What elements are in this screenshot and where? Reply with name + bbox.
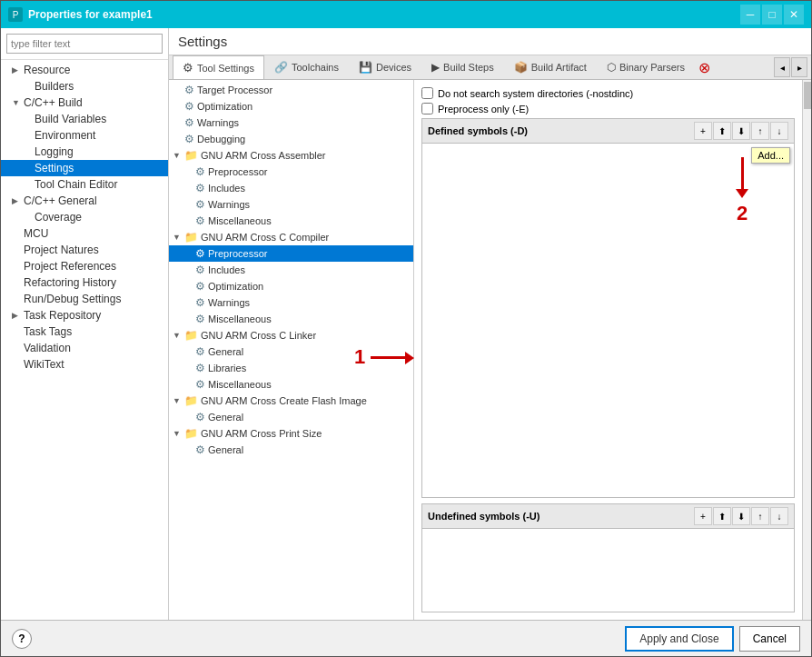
nav-label: Refactoring History (24, 276, 116, 289)
apply-close-button[interactable]: Apply and Close (625, 626, 733, 652)
help-button[interactable]: ? (12, 629, 32, 649)
item-icon: ⚙ (195, 247, 205, 260)
nav-label: C/C++ Build (24, 96, 83, 109)
s-item-c-warnings[interactable]: ⚙ Warnings (169, 294, 413, 311)
s-item-debugging[interactable]: ⚙ Debugging (169, 131, 413, 147)
nav-item-tool-chain-editor[interactable]: Tool Chain Editor (1, 176, 168, 193)
nav-item-task-repository[interactable]: ▶ Task Repository (1, 307, 168, 324)
nostdinc-checkbox[interactable] (421, 87, 433, 99)
devices-icon: 💾 (359, 61, 372, 74)
tab-toolchains[interactable]: 🔗 Toolchains (264, 55, 349, 79)
nav-item-task-tags[interactable]: Task Tags (1, 324, 168, 340)
nav-item-cpp-general[interactable]: ▶ C/C++ General (1, 193, 168, 209)
left-panel: ▶ Resource Builders ▼ C/C++ Build Build … (1, 28, 169, 620)
move-up-button[interactable]: ↑ (751, 122, 769, 140)
add-undef-button[interactable]: + (694, 507, 712, 525)
s-item-asm-includes[interactable]: ⚙ Includes (169, 180, 413, 196)
move-down-button[interactable]: ↓ (770, 122, 788, 140)
s-item-label: Includes (208, 183, 245, 194)
add-symbol-button[interactable]: + (694, 122, 712, 140)
nav-label: Logging (35, 145, 74, 158)
undefined-symbols-section: Undefined symbols (-U) + ⬆ ⬇ ↑ ↓ (421, 503, 795, 612)
undefined-symbols-toolbar: + ⬆ ⬇ ↑ ↓ (694, 507, 788, 525)
nav-item-builders[interactable]: Builders (1, 78, 168, 95)
tab-tool-settings[interactable]: ⚙ Tool Settings (173, 55, 264, 80)
move-down-undef-button[interactable]: ↓ (770, 507, 788, 525)
build-artifact-icon: 📦 (514, 61, 528, 74)
nav-label: Project References (24, 260, 116, 273)
tabs-scroll-back[interactable]: ◂ (774, 57, 790, 77)
s-item-gnu-arm-print[interactable]: ▼ 📁 GNU ARM Cross Print Size (169, 425, 413, 442)
nav-item-mcu[interactable]: MCU (1, 225, 168, 242)
right-scrollbar[interactable] (802, 80, 811, 620)
s-item-label: GNU ARM Cross Print Size (201, 428, 322, 439)
nav-item-coverage[interactable]: Coverage (1, 209, 168, 225)
preprocess-only-checkbox[interactable] (421, 103, 433, 114)
s-item-gnu-arm-assembler[interactable]: ▼ 📁 GNU ARM Cross Assembler (169, 147, 413, 164)
s-item-target-processor[interactable]: ⚙ Target Processor (169, 82, 413, 98)
tabs-scroll-arrows: ◂ ▸ (774, 57, 807, 77)
s-item-asm-preprocessor[interactable]: ⚙ Preprocessor (169, 164, 413, 180)
item-icon: ⚙ (195, 313, 205, 325)
export-undef-button[interactable]: ⬇ (732, 507, 750, 525)
nav-item-cpp-build[interactable]: ▼ C/C++ Build (1, 95, 168, 111)
item-icon: ⚙ (195, 345, 205, 358)
nav-item-environment[interactable]: Environment (1, 127, 168, 144)
s-item-asm-warnings[interactable]: ⚙ Warnings (169, 196, 413, 213)
import-symbols-button[interactable]: ⬆ (713, 122, 731, 140)
nav-item-project-references[interactable]: Project References (1, 258, 168, 274)
settings-tree: ⚙ Target Processor ⚙ Optimization ⚙ Warn… (169, 80, 414, 620)
expand-icon: ▶ (12, 311, 21, 320)
s-item-asm-misc[interactable]: ⚙ Miscellaneous (169, 213, 413, 229)
nav-item-validation[interactable]: Validation (1, 340, 168, 356)
nav-item-build-variables[interactable]: Build Variables (1, 111, 168, 127)
s-item-print-general[interactable]: ⚙ General (169, 442, 413, 458)
nav-item-resource[interactable]: ▶ Resource (1, 62, 168, 78)
export-symbols-button[interactable]: ⬇ (732, 122, 750, 140)
s-item-label: Preprocessor (208, 248, 267, 259)
s-item-linker-misc[interactable]: ⚙ Miscellaneous (169, 376, 413, 393)
s-item-linker-general[interactable]: ⚙ General (169, 343, 413, 360)
s-item-gnu-arm-flash[interactable]: ▼ 📁 GNU ARM Cross Create Flash Image (169, 393, 413, 409)
nav-label: MCU (24, 227, 48, 240)
s-item-flash-general[interactable]: ⚙ General (169, 409, 413, 425)
tab-binary-parsers[interactable]: ⬡ Binary Parsers (597, 55, 695, 79)
s-item-label: General (208, 412, 243, 423)
s-item-gnu-arm-c-linker[interactable]: ▼ 📁 GNU ARM Cross C Linker (169, 327, 413, 343)
maximize-button[interactable]: □ (762, 5, 782, 25)
minimize-button[interactable]: ─ (740, 5, 760, 25)
cancel-button[interactable]: Cancel (739, 626, 800, 652)
tab-devices[interactable]: 💾 Devices (349, 55, 421, 79)
nav-item-wikitext[interactable]: WikiText (1, 356, 168, 373)
tab-build-steps[interactable]: ▶ Build Steps (421, 55, 504, 79)
tab-label: Build Steps (443, 62, 494, 73)
tabs-scroll-forward[interactable]: ▸ (791, 57, 807, 77)
nav-item-project-natures[interactable]: Project Natures (1, 242, 168, 258)
undefined-symbols-header: Undefined symbols (-U) + ⬆ ⬇ ↑ ↓ (422, 504, 794, 529)
s-item-linker-libraries[interactable]: ⚙ Libraries (169, 360, 413, 376)
s-item-c-misc[interactable]: ⚙ Miscellaneous (169, 311, 413, 327)
close-button[interactable]: ✕ (784, 5, 804, 25)
s-item-gnu-arm-c-compiler[interactable]: ▼ 📁 GNU ARM Cross C Compiler (169, 229, 413, 245)
nav-item-settings[interactable]: Settings (1, 160, 168, 176)
filter-box (1, 28, 168, 60)
filter-input[interactable] (6, 34, 163, 54)
s-item-c-includes[interactable]: ⚙ Includes (169, 262, 413, 278)
s-item-optimization[interactable]: ⚙ Optimization (169, 98, 413, 114)
import-undef-button[interactable]: ⬆ (713, 507, 731, 525)
undefined-symbols-label: Undefined symbols (-U) (428, 511, 540, 522)
s-item-label: General (208, 346, 243, 357)
content-area: ▶ Resource Builders ▼ C/C++ Build Build … (1, 28, 811, 620)
move-up-undef-button[interactable]: ↑ (751, 507, 769, 525)
nav-item-logging[interactable]: Logging (1, 144, 168, 160)
defined-symbols-section: Defined symbols (-D) + ⬆ ⬇ ↑ ↓ (421, 118, 795, 498)
checkbox-row-2: Preprocess only (-E) (421, 103, 795, 114)
tab-build-artifact[interactable]: 📦 Build Artifact (504, 55, 597, 79)
nav-item-refactoring-history[interactable]: Refactoring History (1, 274, 168, 291)
s-item-c-optimization[interactable]: ⚙ Optimization (169, 278, 413, 294)
s-item-c-preprocessor[interactable]: ⚙ Preprocessor (169, 245, 413, 262)
s-item-warnings[interactable]: ⚙ Warnings (169, 114, 413, 131)
expand-icon: ▼ (173, 233, 182, 242)
nav-label: Task Repository (24, 309, 101, 322)
nav-item-run-debug-settings[interactable]: Run/Debug Settings (1, 291, 168, 307)
